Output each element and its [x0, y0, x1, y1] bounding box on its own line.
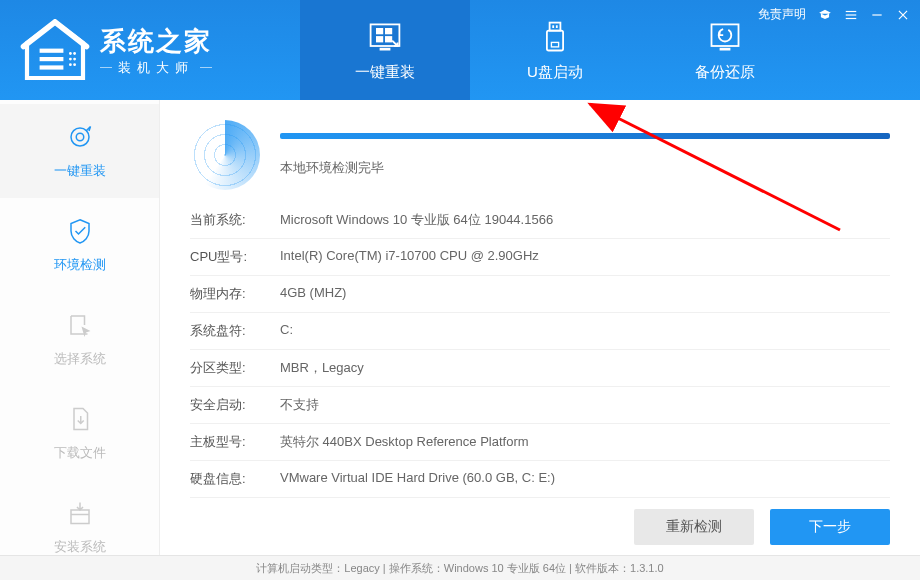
sidebar-item-download[interactable]: 下载文件 — [0, 386, 159, 480]
menu-icon[interactable] — [844, 8, 858, 22]
usb-icon — [537, 19, 573, 55]
info-label: 当前系统: — [190, 211, 280, 229]
info-label: 主板型号: — [190, 433, 280, 451]
minimize-icon[interactable] — [870, 8, 884, 22]
logo-area: 系统之家 装机大师 — [0, 15, 300, 85]
info-row: CPU型号:Intel(R) Core(TM) i7-10700 CPU @ 2… — [190, 239, 890, 276]
install-box-icon — [65, 498, 95, 528]
svg-rect-24 — [846, 14, 857, 15]
sidebar-label: 选择系统 — [54, 350, 106, 368]
disclaimer-link[interactable]: 免责声明 — [758, 6, 806, 23]
next-button[interactable]: 下一步 — [770, 509, 890, 545]
svg-rect-13 — [385, 36, 392, 42]
svg-rect-12 — [376, 36, 383, 42]
svg-rect-10 — [376, 28, 383, 34]
graduation-icon[interactable] — [818, 8, 832, 22]
tab-reinstall[interactable]: 一键重装 — [300, 0, 470, 100]
svg-rect-22 — [720, 47, 731, 50]
info-label: 系统盘符: — [190, 322, 280, 340]
svg-point-6 — [73, 58, 76, 61]
info-row: 硬盘信息:VMware Virtual IDE Hard Drive (60.0… — [190, 461, 890, 498]
sidebar-label: 环境检测 — [54, 256, 106, 274]
tab-label: 备份还原 — [695, 63, 755, 82]
main: 本地环境检测完毕 当前系统:Microsoft Windows 10 专业版 6… — [160, 100, 920, 555]
logo-subtitle: 装机大师 — [100, 59, 212, 77]
logo-title: 系统之家 — [100, 24, 212, 59]
shield-check-icon — [65, 216, 95, 246]
tab-usb-boot[interactable]: U盘启动 — [470, 0, 640, 100]
svg-rect-23 — [846, 10, 857, 11]
info-label: 分区类型: — [190, 359, 280, 377]
info-list: 当前系统:Microsoft Windows 10 专业版 64位 19044.… — [190, 202, 890, 499]
svg-rect-19 — [551, 42, 558, 47]
svg-point-3 — [69, 52, 72, 55]
info-value: C: — [280, 322, 293, 340]
sidebar-item-install[interactable]: 安装系统 — [0, 480, 159, 574]
svg-rect-14 — [380, 47, 391, 50]
svg-point-7 — [69, 63, 72, 66]
top-tabs: 一键重装 U盘启动 备份还原 — [300, 0, 810, 100]
radar-icon — [190, 120, 260, 190]
sidebar-label: 下载文件 — [54, 444, 106, 462]
svg-point-8 — [73, 63, 76, 66]
info-row: 分区类型:MBR，Legacy — [190, 350, 890, 387]
svg-rect-2 — [40, 65, 64, 69]
svg-rect-1 — [40, 57, 64, 61]
info-label: CPU型号: — [190, 248, 280, 266]
target-icon — [65, 122, 95, 152]
footer-text: 计算机启动类型：Legacy | 操作系统：Windows 10 专业版 64位… — [256, 561, 663, 576]
info-row: 当前系统:Microsoft Windows 10 专业版 64位 19044.… — [190, 202, 890, 239]
info-row: 物理内存:4GB (MHZ) — [190, 276, 890, 313]
svg-rect-26 — [872, 14, 881, 15]
info-label: 物理内存: — [190, 285, 280, 303]
info-value: 4GB (MHZ) — [280, 285, 346, 303]
progress-bar — [280, 133, 890, 139]
tab-label: U盘启动 — [527, 63, 583, 82]
button-row: 重新检测 下一步 — [190, 499, 890, 545]
svg-rect-15 — [550, 22, 561, 30]
svg-rect-25 — [846, 17, 857, 18]
house-logo-icon — [20, 15, 90, 85]
info-row: 安全启动:不支持 — [190, 387, 890, 424]
svg-rect-20 — [712, 24, 739, 46]
info-label: 安全启动: — [190, 396, 280, 414]
svg-point-4 — [73, 52, 76, 55]
select-icon — [65, 310, 95, 340]
info-row: 主板型号:英特尔 440BX Desktop Reference Platfor… — [190, 424, 890, 461]
scan-status: 本地环境检测完毕 — [280, 159, 890, 177]
titlebar: 免责声明 — [758, 6, 910, 23]
sidebar-item-reinstall[interactable]: 一键重装 — [0, 104, 159, 198]
sidebar: 一键重装 环境检测 选择系统 下载文件 安装系统 — [0, 100, 160, 555]
header: 系统之家 装机大师 一键重装 U盘启动 — [0, 0, 920, 100]
sidebar-label: 一键重装 — [54, 162, 106, 180]
info-value: 英特尔 440BX Desktop Reference Platform — [280, 433, 529, 451]
svg-rect-16 — [552, 25, 554, 28]
backup-icon — [707, 19, 743, 55]
info-value: MBR，Legacy — [280, 359, 364, 377]
recheck-button[interactable]: 重新检测 — [634, 509, 754, 545]
download-file-icon — [65, 404, 95, 434]
info-label: 硬盘信息: — [190, 470, 280, 488]
close-icon[interactable] — [896, 8, 910, 22]
info-value: VMware Virtual IDE Hard Drive (60.0 GB, … — [280, 470, 555, 488]
svg-rect-0 — [40, 49, 64, 53]
info-value: 不支持 — [280, 396, 319, 414]
svg-rect-11 — [385, 28, 392, 34]
svg-rect-17 — [556, 25, 558, 28]
tab-label: 一键重装 — [355, 63, 415, 82]
svg-point-28 — [76, 133, 84, 141]
info-value: Intel(R) Core(TM) i7-10700 CPU @ 2.90GHz — [280, 248, 539, 266]
sidebar-item-selectos[interactable]: 选择系统 — [0, 292, 159, 386]
svg-rect-29 — [71, 510, 89, 524]
sidebar-item-envcheck[interactable]: 环境检测 — [0, 198, 159, 292]
body: 一键重装 环境检测 选择系统 下载文件 安装系统 本地环境检测完毕 当前 — [0, 100, 920, 555]
info-value: Microsoft Windows 10 专业版 64位 19044.1566 — [280, 211, 553, 229]
info-row: 系统盘符:C: — [190, 313, 890, 350]
scan-row: 本地环境检测完毕 — [190, 120, 890, 190]
windows-install-icon — [367, 19, 403, 55]
sidebar-label: 安装系统 — [54, 538, 106, 556]
svg-point-5 — [69, 58, 72, 61]
